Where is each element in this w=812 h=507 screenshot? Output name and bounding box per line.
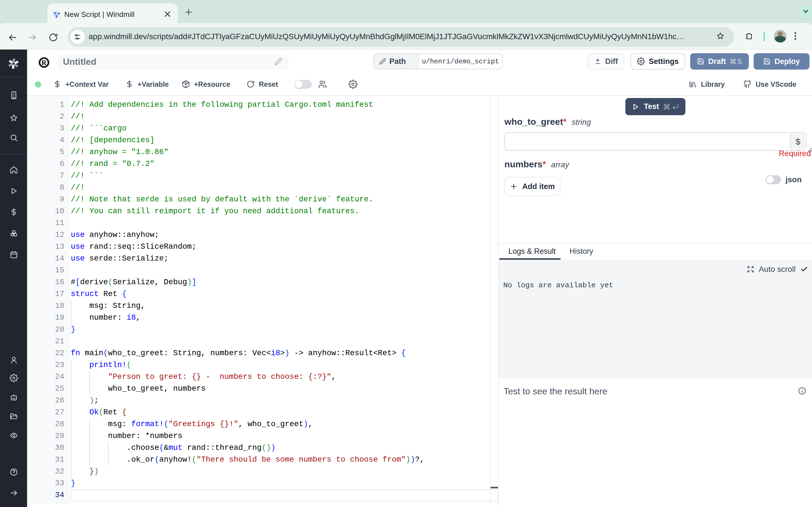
svg-text:R: R — [42, 59, 47, 66]
